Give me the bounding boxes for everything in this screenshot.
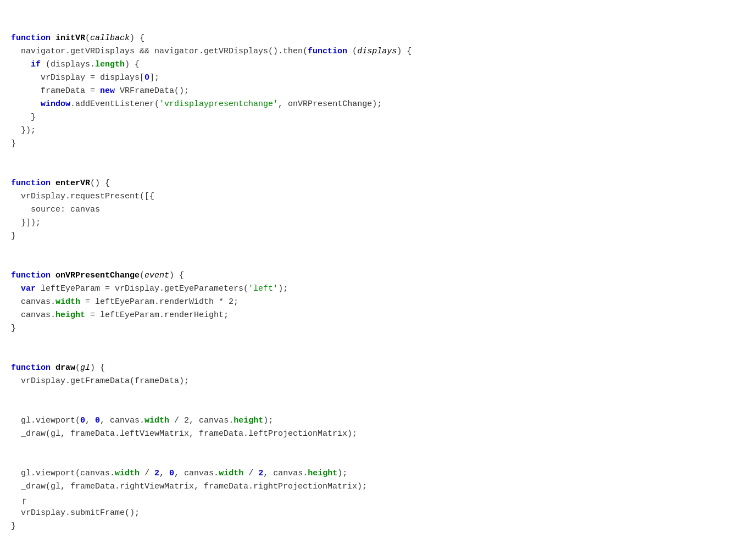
line-2: navigator.getVRDisplays && navigator.get…: [11, 47, 412, 56]
line-blank-2: [11, 243, 745, 256]
line-30: _draw(gl, frameData.rightViewMatrix, fra…: [11, 482, 367, 491]
line-4: vrDisplay = displays[0];: [11, 73, 159, 82]
line-23: function draw(gl) {: [11, 363, 105, 373]
line-blank-1: [11, 151, 745, 164]
line-5: frameData = new VRFrameData();: [11, 86, 189, 96]
line-32: vrDisplay.submitFrame();: [11, 508, 140, 518]
line-12: vrDisplay.requestPresent([{: [11, 192, 154, 201]
line-19: canvas.width = leftEyeParam.renderWidth …: [11, 297, 238, 307]
line-15: }: [11, 231, 16, 241]
line-11: function enterVR() {: [11, 179, 110, 188]
line-31: ┌: [11, 495, 26, 504]
line-26: gl.viewport(0, 0, canvas.width / 2, canv…: [11, 416, 273, 425]
line-17: function onVRPresentChange(event) {: [11, 271, 184, 280]
line-33: }: [11, 521, 16, 531]
line-blank-4: [11, 388, 745, 401]
line-21: }: [11, 324, 16, 333]
line-1: function initVR(callback) {: [11, 34, 144, 43]
line-20: canvas.height = leftEyeParam.renderHeigh…: [11, 310, 229, 320]
line-29: gl.viewport(canvas.width / 2, 0, canvas.…: [11, 469, 347, 478]
line-18: var leftEyeParam = vrDisplay.getEyeParam…: [11, 284, 288, 293]
line-14: }]);: [11, 218, 41, 227]
line-8: });: [11, 126, 36, 135]
line-blank-3: [11, 335, 745, 348]
line-blank-5: [11, 441, 745, 454]
code-content: function initVR(callback) { navigator.ge…: [11, 5, 745, 555]
line-6: window.addEventListener('vrdisplaypresen…: [11, 99, 382, 109]
line-7: }: [11, 113, 36, 122]
code-editor: function initVR(callback) { navigator.ge…: [0, 0, 756, 555]
line-13: source: canvas: [11, 205, 100, 214]
line-27: _draw(gl, frameData.leftViewMatrix, fram…: [11, 429, 357, 439]
line-9: }: [11, 139, 16, 148]
line-24: vrDisplay.getFrameData(frameData);: [11, 376, 189, 386]
line-3: if (displays.length) {: [11, 60, 140, 69]
